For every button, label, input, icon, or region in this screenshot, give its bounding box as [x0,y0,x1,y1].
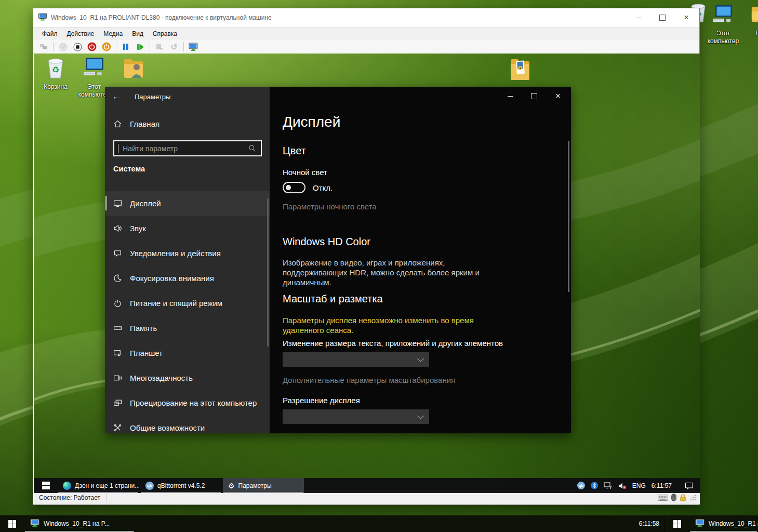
power-icon[interactable] [58,42,68,52]
sidebar-section-header: Система [113,165,145,173]
this-pc-icon [711,3,735,28]
volume-muted-icon[interactable] [618,482,627,489]
menu-file[interactable]: Файл [37,29,62,39]
vm-window-titlebar[interactable]: Windows_10_R1 на PROLIANT-DL380 - подклю… [33,8,699,27]
action-center-icon[interactable] [685,482,694,490]
revert-icon[interactable]: ↺ [169,42,179,52]
sidebar-item-shared-experiences[interactable]: Общие возможности [105,415,270,440]
host-clock[interactable]: 6:11:58 [639,515,664,532]
vm-start-button[interactable] [34,478,58,493]
bluetooth-icon[interactable] [591,482,598,489]
display-icon [113,199,122,208]
vm-taskbar: Дзен и еще 1 страни... qb qBittorrent v4… [34,478,700,493]
content-scrollbar[interactable] [568,141,569,292]
vm-task-qbittorrent[interactable]: qb qBittorrent v4.5.2 [140,478,221,493]
vm-close-button[interactable]: × [674,8,698,27]
task-label: Windows_10_R1 на P... [44,520,110,527]
sidebar-item-focus-assist[interactable]: Фокусировка внимания [105,265,270,290]
pause-icon[interactable] [121,42,131,52]
tablet-icon [113,349,122,357]
vm-window-title: Windows_10_R1 на PROLIANT-DL380 - подклю… [51,14,272,21]
scale-section-heading: Масштаб и разметка [283,293,383,305]
task-label: Параметры [238,482,272,489]
sidebar-item-notifications[interactable]: Уведомления и действия [105,241,270,265]
search-input[interactable] [118,144,248,153]
ctrl-alt-del-icon[interactable] [38,42,49,52]
user-folder-icon [121,56,146,84]
shut-down-icon[interactable] [72,42,83,52]
vm-task-edge[interactable]: Дзен и еще 1 страни... [58,478,139,493]
save-state-icon[interactable] [101,42,112,52]
advanced-scaling-link[interactable]: Дополнительные параметры масштабирования [283,376,455,384]
sidebar-item-projecting[interactable]: Проецирование на этот компьютер [105,390,270,415]
language-indicator[interactable]: ENG [632,482,646,489]
sidebar-item-label: Уведомления и действия [130,249,221,258]
sidebar-item-multitasking[interactable]: Многозадачность [105,365,270,390]
settings-window: ← Параметры Главная [105,87,571,433]
lock-icon [680,494,686,501]
sound-icon [113,224,122,233]
settings-maximize-button[interactable] [522,87,546,105]
sidebar-item-display[interactable]: Дисплей [105,191,270,216]
menu-help[interactable]: Справка [148,29,182,39]
storage-icon [113,324,122,332]
sidebar-scrollbar[interactable] [267,198,269,347]
menu-view[interactable]: Вид [127,29,148,39]
chevron-down-icon [417,413,424,419]
host-task-vmconnect[interactable]: Windows_10_R1 на P... [24,515,135,532]
this-pc-icon [82,56,107,82]
folder-icon [750,3,758,28]
chevron-down-icon [417,355,424,362]
hyper-v-icon [30,518,39,529]
host-start-button[interactable] [0,515,24,532]
sidebar-item-label: Память [130,324,157,332]
host-desktop-icon-this-pc[interactable]: Этот компьютер [703,3,743,45]
resolution-dropdown[interactable] [283,409,429,424]
scaling-dropdown[interactable] [283,352,429,367]
vm-minimize-button[interactable] [627,8,650,27]
resolution-label: Разрешение дисплея [283,396,360,405]
sidebar-item-power-sleep[interactable]: Питание и спящий режим [105,290,270,315]
sidebar-item-label: Главная [130,119,159,128]
host-start-button-2[interactable] [665,515,689,532]
search-icon[interactable] [248,144,256,152]
network-icon[interactable] [604,482,613,489]
settings-close-button[interactable]: × [546,87,570,105]
windows-start-icon [673,520,681,528]
pictures-folder-icon [508,55,533,86]
night-light-toggle[interactable]: Откл. [283,182,333,193]
host-desktop-icon-folder[interactable]: Ron [742,3,758,37]
qbittorrent-tray-icon[interactable]: qb [577,482,585,489]
settings-minimize-button[interactable] [498,87,522,105]
host-task-vmconnect-2[interactable]: Windows_10_R1 на P... [689,515,758,532]
settings-search-box[interactable] [113,140,262,156]
menu-action[interactable]: Действие [62,29,99,39]
settings-sidebar: ← Параметры Главная [105,87,270,433]
sidebar-item-storage[interactable]: Память [105,315,270,340]
task-label: Windows_10_R1 на P... [709,520,758,527]
hdr-section-heading: Windows HD Color [283,236,370,248]
vm-desktop-icon-pictures-folder[interactable] [500,55,540,86]
vm-toolbar: ↺ [33,40,699,54]
night-light-settings-link[interactable]: Параметры ночного света [283,202,377,211]
vm-desktop-icon-recycle-bin[interactable]: ♻ Корзина [36,56,75,91]
focus-assist-icon [113,274,122,283]
mouse-icon [671,494,676,501]
vm-desktop-icon-user-folder[interactable] [114,56,153,84]
back-arrow-icon[interactable]: ← [112,91,125,103]
vm-task-settings[interactable]: ⚙ Параметры [223,478,304,493]
start-icon[interactable] [135,42,145,52]
sidebar-item-tablet[interactable]: Планшет [105,340,270,365]
toggle-off-icon [283,182,305,193]
sidebar-item-home[interactable]: Главная [105,114,270,134]
enhanced-session-icon[interactable] [188,42,198,52]
checkpoint-icon[interactable] [154,42,165,52]
vm-maximize-button[interactable] [650,8,674,27]
sidebar-item-sound[interactable]: Звук [105,216,270,241]
turn-off-icon[interactable] [87,42,97,52]
keyboard-icon [658,495,668,501]
resize-grip[interactable] [689,494,697,501]
menu-media[interactable]: Медиа [99,29,127,39]
host-screen: ♻ Этот компьютер Ron Windows_10_R1 на PR… [0,0,758,532]
vm-clock[interactable]: 6:11:57 [651,482,672,489]
